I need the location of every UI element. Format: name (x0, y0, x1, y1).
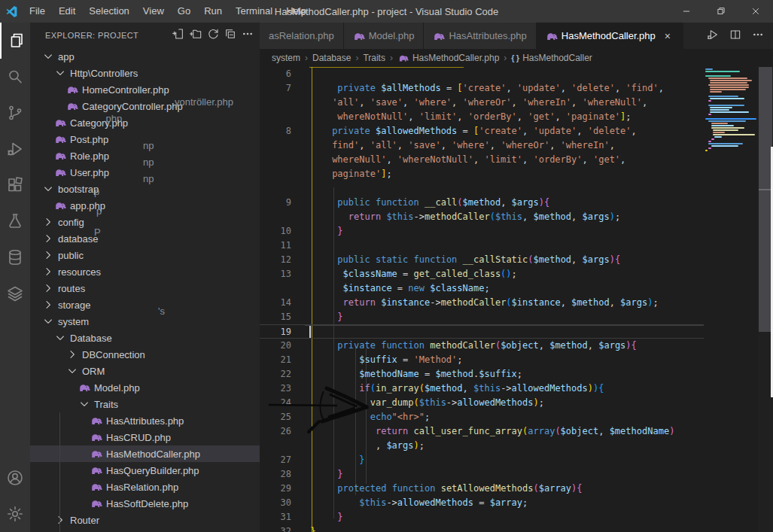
code-line-31[interactable]: 31 } (260, 510, 704, 524)
line-number[interactable]: 7 (260, 81, 305, 96)
code-line-25[interactable]: 25 echo"<hr>"; (260, 410, 704, 424)
line-number[interactable] (260, 153, 305, 167)
breadcrumb-item-traits[interactable]: Traits (363, 53, 385, 63)
activity-database-icon[interactable] (0, 239, 30, 275)
code-line-19[interactable]: 19 (260, 324, 704, 339)
more-icon[interactable] (752, 29, 764, 44)
line-number[interactable] (260, 210, 305, 224)
code-line-9[interactable]: 9 public function __call($method, $args)… (260, 196, 704, 210)
line-number[interactable]: 26 (260, 424, 305, 439)
menu-file[interactable]: File (23, 0, 52, 23)
code-line-wrap[interactable]: 'all', 'save', 'where', 'whereOr', 'wher… (260, 96, 704, 110)
refresh-icon[interactable] (207, 28, 219, 43)
line-number[interactable]: 32 (260, 524, 305, 532)
minimap[interactable] (704, 67, 758, 532)
tree-item-app-php[interactable]: app.php (30, 197, 260, 214)
tree-item-orm[interactable]: ORM (30, 363, 260, 379)
line-number[interactable]: 9 (260, 196, 305, 210)
line-number[interactable] (260, 138, 305, 153)
activity-layers-icon[interactable] (0, 275, 30, 312)
tree-item-categorycontroller-php[interactable]: CategoryController.php (30, 98, 260, 114)
line-number[interactable]: 28 (260, 467, 305, 482)
tree-item-hascrud-php[interactable]: HasCRUD.php (30, 429, 260, 445)
code-line-15[interactable]: 15 } (260, 310, 704, 324)
menu-go[interactable]: Go (171, 0, 197, 23)
tree-item-traits[interactable]: Traits (30, 396, 260, 412)
tree-item-public[interactable]: public (30, 247, 260, 263)
line-number[interactable] (260, 110, 305, 124)
tab-hasmethodcaller-php[interactable]: HasMethodCaller.php× (537, 23, 683, 49)
code-editor[interactable]: 67 private $allMethods = ['create', 'upd… (260, 67, 773, 532)
line-number[interactable]: 6 (260, 67, 305, 81)
split-editor-icon[interactable] (729, 29, 741, 44)
restore-button[interactable] (704, 0, 738, 23)
line-number[interactable]: 11 (260, 239, 305, 253)
breadcrumb-item-hasmethodcaller-php[interactable]: HasMethodCaller.php (397, 52, 499, 64)
tree-item-http-controllers[interactable]: Http\Controllers (30, 65, 260, 81)
line-number[interactable] (260, 181, 305, 196)
menu-edit[interactable]: Edit (52, 0, 82, 23)
tree-item-hasrelation-php[interactable]: HasRelation.php (30, 479, 260, 495)
tree-item-routes[interactable]: routes (30, 280, 260, 296)
code-line-6[interactable]: 6 (260, 67, 704, 81)
activity-account-icon[interactable] (0, 460, 30, 496)
tree-item-resources[interactable]: resources (30, 263, 260, 280)
menu-run[interactable]: Run (197, 0, 229, 23)
code-line-23[interactable]: 23 if(in_array($method, $this->allowedMe… (260, 382, 704, 396)
line-number[interactable]: 30 (260, 496, 305, 510)
close-button[interactable] (738, 0, 773, 23)
line-number[interactable]: 22 (260, 367, 305, 382)
code-line-wrap[interactable]: paginate']; (260, 167, 704, 181)
line-number[interactable] (260, 96, 305, 110)
run-debug-small-icon[interactable] (707, 29, 719, 44)
code-line-7[interactable]: 7 private $allMethods = ['create', 'upda… (260, 81, 704, 96)
tree-item-hasquerybuilder-php[interactable]: HasQueryBuilder.php (30, 462, 260, 479)
tree-item-router[interactable]: Router (30, 512, 260, 528)
new-file-icon[interactable] (172, 28, 184, 43)
activity-testing-icon[interactable] (0, 203, 30, 239)
activity-source-control-icon[interactable] (0, 95, 30, 131)
code-line-30[interactable]: 30 $this->allowedMethods = $array; (260, 496, 704, 510)
tree-item-user-php[interactable]: User.php (30, 164, 260, 181)
code-line-27[interactable]: 27 } (260, 453, 704, 467)
line-number[interactable]: 31 (260, 510, 305, 524)
code-line-13[interactable]: 13 $className = get_called_class(); (260, 267, 704, 281)
tree-item-homecontroller-php[interactable]: HomeController.php (30, 81, 260, 98)
tab-asrelation-php[interactable]: asRelation.php (260, 23, 344, 49)
code-line-wrap[interactable]: $instance = new $className; (260, 281, 704, 296)
code-line-20[interactable]: 20 private function methodCaller($object… (260, 339, 704, 353)
line-number[interactable]: 20 (260, 339, 305, 353)
code-line-26[interactable]: 26 return call_user_func_array(array($ob… (260, 424, 704, 439)
breadcrumb-item-hasmethodcaller[interactable]: { }HasMethodCaller (511, 53, 592, 63)
code-line-11[interactable]: 11 (260, 239, 704, 253)
new-folder-icon[interactable] (190, 28, 202, 43)
tree-item-storage[interactable]: storage (30, 296, 260, 313)
line-number[interactable]: 13 (260, 267, 305, 281)
tree-item-system[interactable]: system (30, 313, 260, 330)
collapse-all-icon[interactable] (224, 28, 236, 43)
activity-files-icon[interactable] (0, 23, 30, 59)
line-number[interactable] (260, 167, 305, 181)
menu-terminal[interactable]: Terminal (229, 0, 279, 23)
line-number[interactable]: 27 (260, 453, 305, 467)
tree-item-role-php[interactable]: Role.php (30, 147, 260, 164)
tree-item-model-php[interactable]: Model.php (30, 379, 260, 396)
line-number[interactable]: 23 (260, 382, 305, 396)
line-number[interactable] (260, 281, 305, 296)
line-number[interactable]: 25 (260, 410, 305, 424)
code-line-wrap[interactable]: whereNull', 'whereNotNull', 'limit', 'or… (260, 153, 704, 167)
code-line-wrap[interactable]: find', 'all', 'save', 'where', 'whereOr'… (260, 138, 704, 153)
code-line-28[interactable]: 28 } (260, 467, 704, 482)
line-number[interactable] (260, 439, 305, 453)
code-line-21[interactable]: 21 $suffix = 'Method'; (260, 353, 704, 367)
code-line-22[interactable]: 22 $methodName = $method.$suffix; (260, 367, 704, 382)
code-line-10[interactable]: 10 } (260, 224, 704, 239)
line-number[interactable]: 10 (260, 224, 305, 239)
code-line-32[interactable]: 32 } (260, 524, 704, 532)
activity-search-icon[interactable] (0, 59, 30, 95)
code-line-wrap[interactable]: return $this->methodCaller($this, $metho… (260, 210, 704, 224)
code-line-wrap[interactable] (260, 181, 704, 196)
code-line-12[interactable]: 12 public static function __callStatic($… (260, 253, 704, 267)
line-number[interactable]: 12 (260, 253, 305, 267)
tab-close-icon[interactable]: × (662, 30, 674, 42)
